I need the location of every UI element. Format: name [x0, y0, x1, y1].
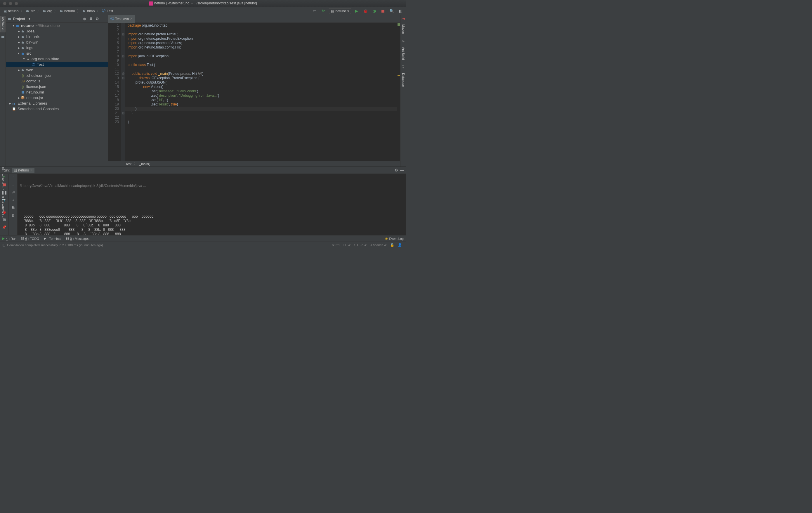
- search-everywhere-icon[interactable]: 🔍: [388, 8, 395, 14]
- left-tool-stripe-bottom: ⊟ 7: Structure ★ 2: Favorites: [0, 167, 6, 220]
- tree-node-netuno-jar[interactable]: 📦netuno.jar: [6, 95, 108, 101]
- file-encoding[interactable]: UTF-8 ⇵: [352, 243, 369, 247]
- tree-node-org-netuno-tritao[interactable]: ●org.netuno.tritao: [6, 56, 108, 62]
- maven-icon[interactable]: m: [402, 17, 405, 21]
- scroll-to-end-icon[interactable]: ⤓: [11, 198, 16, 202]
- warning-marker[interactable]: [398, 75, 400, 76]
- down-arrow-icon[interactable]: ↓: [11, 182, 16, 187]
- toggle-panel-icon[interactable]: ▭: [311, 8, 318, 14]
- console-output[interactable]: /Library/Java/JavaVirtualMachines/adopto…: [18, 174, 406, 235]
- code-area[interactable]: 1234567891011121314151617181920212223 ⊟⊟…: [108, 23, 400, 161]
- tab-messages[interactable]: ☷ 0: Messages: [66, 237, 89, 240]
- tab-terminal[interactable]: ▶_ Terminal: [44, 237, 61, 240]
- breadcrumb-class[interactable]: Test: [125, 162, 132, 166]
- hide-panel-icon[interactable]: —: [102, 17, 106, 21]
- close-tab-icon[interactable]: ✕: [130, 17, 133, 21]
- tree-node--idea[interactable]: 🖿.idea: [6, 28, 108, 34]
- run-tab-netuno[interactable]: ▤ netuno ✕: [12, 168, 34, 173]
- tree-node--checksum-json[interactable]: {}.checksum.json: [6, 73, 108, 78]
- error-stripe[interactable]: [397, 23, 400, 161]
- collapse-all-icon[interactable]: ⇊: [88, 17, 93, 21]
- line-separator[interactable]: LF ⇵: [342, 243, 352, 247]
- project-tree[interactable]: 🖿netuno~/Sites/netuno🖿.idea🖿bin-unix🖿bin…: [6, 23, 108, 167]
- up-arrow-icon[interactable]: ↑: [11, 175, 16, 180]
- crumb-org[interactable]: 🖿org: [41, 9, 54, 13]
- zoom-window-button[interactable]: [14, 2, 18, 5]
- tab-todo[interactable]: ☑ 6: TODO: [21, 237, 39, 240]
- locate-file-icon[interactable]: ⊚: [82, 17, 87, 21]
- tree-node-bin-unix[interactable]: 🖿bin-unix: [6, 34, 108, 39]
- breadcrumbs: ▣netuno〉 🖿src〉 🖿org〉 🖿netuno〉 🖿tritao〉 Ⓒ…: [2, 8, 311, 14]
- tab-project[interactable]: 1: Project: [0, 16, 5, 32]
- minimize-window-button[interactable]: [9, 2, 12, 5]
- tree-node-test[interactable]: ⒸTest: [6, 62, 108, 67]
- favorites-star-icon[interactable]: ★: [1, 195, 5, 199]
- crumb-module[interactable]: ▣netuno: [2, 9, 20, 13]
- tree-node-web[interactable]: 🖿web: [6, 67, 108, 73]
- tree-node-bin-win[interactable]: 🖿bin-win: [6, 39, 108, 45]
- status-tool-window-icon[interactable]: ◫: [2, 243, 5, 247]
- tree-node-scratches-and-consoles[interactable]: 📋Scratches and Consoles: [6, 106, 108, 112]
- tree-node-src[interactable]: 🖿src: [6, 51, 108, 56]
- hector-icon[interactable]: 👤: [396, 243, 404, 247]
- structure-icon[interactable]: ⊟: [1, 167, 4, 171]
- tab-database[interactable]: Database: [402, 72, 405, 88]
- run-toolbar-secondary: ↑ ↓ ⏎ ⤓ 🖶 🗑: [9, 174, 18, 235]
- stop-button[interactable]: [380, 8, 386, 14]
- crumb-netuno[interactable]: 🖿netuno: [58, 9, 76, 13]
- code-content[interactable]: package org.netuno.tritao;import org.net…: [125, 23, 397, 161]
- pin-icon[interactable]: 📌: [2, 225, 7, 230]
- soft-wrap-icon[interactable]: ⏎: [11, 190, 16, 195]
- layout-icon[interactable]: ◧: [397, 8, 404, 14]
- chevron-down-icon[interactable]: ▼: [28, 17, 31, 21]
- readonly-lock-icon[interactable]: 🔓: [388, 243, 396, 247]
- run-button[interactable]: ▶: [353, 8, 360, 14]
- tree-node-logs[interactable]: 🖿logs: [6, 45, 108, 51]
- run-settings-icon[interactable]: ⚙: [395, 168, 398, 172]
- folder-icon[interactable]: 🖿: [1, 34, 5, 38]
- tree-node-license-json[interactable]: {}license.json: [6, 84, 108, 89]
- indent-setting[interactable]: 4 spaces ⇵: [369, 243, 388, 247]
- crumb-class[interactable]: ⒸTest: [101, 8, 114, 13]
- tree-node-config-js[interactable]: JSconfig.js: [6, 78, 108, 84]
- database-icon[interactable]: 🗄: [401, 65, 405, 69]
- editor-tab-test[interactable]: Ⓒ Test.java ✕: [108, 15, 135, 23]
- close-run-tab-icon[interactable]: ✕: [30, 168, 33, 172]
- settings-gear-icon[interactable]: ⚙: [95, 17, 99, 21]
- run-config-icon: ▤: [331, 9, 334, 13]
- run-configuration-dropdown[interactable]: ▤ netuno ▾: [329, 8, 351, 14]
- ant-icon[interactable]: ✳: [402, 39, 405, 44]
- window-controls: [3, 2, 18, 5]
- tab-maven[interactable]: Maven: [402, 23, 405, 35]
- tree-node-netuno[interactable]: 🖿netuno~/Sites/netuno: [6, 23, 108, 28]
- cursor-position[interactable]: 663:1: [330, 244, 342, 247]
- debug-button[interactable]: 🐞: [362, 8, 369, 14]
- project-view-title[interactable]: Project: [13, 17, 25, 21]
- editor-tabs: Ⓒ Test.java ✕: [108, 15, 400, 23]
- run-config-label: netuno: [335, 9, 346, 13]
- status-bar: ◫ Compilation completed successfully in …: [0, 241, 406, 248]
- run-body: ⟳ ❚❚ 📷 🐞 ⊞ 📌 ↑ ↓ ⏎ ⤓ 🖶 🗑 /Library/Java/J…: [0, 174, 406, 235]
- build-hammer-icon[interactable]: ⚒: [320, 8, 326, 14]
- print-icon[interactable]: 🖶: [11, 205, 16, 210]
- tab-favorites[interactable]: 2: Favorites: [1, 201, 5, 220]
- tab-run[interactable]: ▶ 44: Run: Run: [2, 237, 17, 240]
- console-command-line: /Library/Java/JavaVirtualMachines/adopto…: [20, 184, 404, 188]
- gutter-icons[interactable]: ⊟⊟@⊟⊟: [121, 23, 125, 161]
- close-window-button[interactable]: [3, 2, 6, 5]
- toolbar-right: ▭ ⚒ ▤ netuno ▾ ▶ 🐞 ◑ 🔍 ◧: [311, 8, 404, 14]
- hide-run-panel-icon[interactable]: —: [400, 168, 404, 172]
- tree-node-external-libraries[interactable]: ⫾⫾External Libraries: [6, 101, 108, 106]
- crumb-tritao[interactable]: 🖿tritao: [81, 9, 96, 13]
- event-log-button[interactable]: ◉ Event Log: [385, 237, 404, 240]
- line-number-gutter[interactable]: 1234567891011121314151617181920212223: [108, 23, 121, 161]
- bottom-tool-tabs: ▶ 44: Run: Run ☑ 6: TODO ▶_ Terminal ☷ 0…: [0, 235, 406, 241]
- breadcrumb-method[interactable]: _main(): [139, 162, 150, 166]
- run-with-coverage-button[interactable]: ◑: [371, 8, 377, 14]
- crumb-src[interactable]: 🖿src: [25, 9, 36, 13]
- editor-breadcrumb: Test 〉 _main(): [108, 161, 400, 167]
- tab-structure[interactable]: 7: Structure: [1, 172, 5, 191]
- tab-ant-build[interactable]: Ant Build: [402, 46, 405, 61]
- clear-all-icon[interactable]: 🗑: [11, 213, 16, 218]
- tree-node-netuno-iml[interactable]: ▦netuno.iml: [6, 89, 108, 95]
